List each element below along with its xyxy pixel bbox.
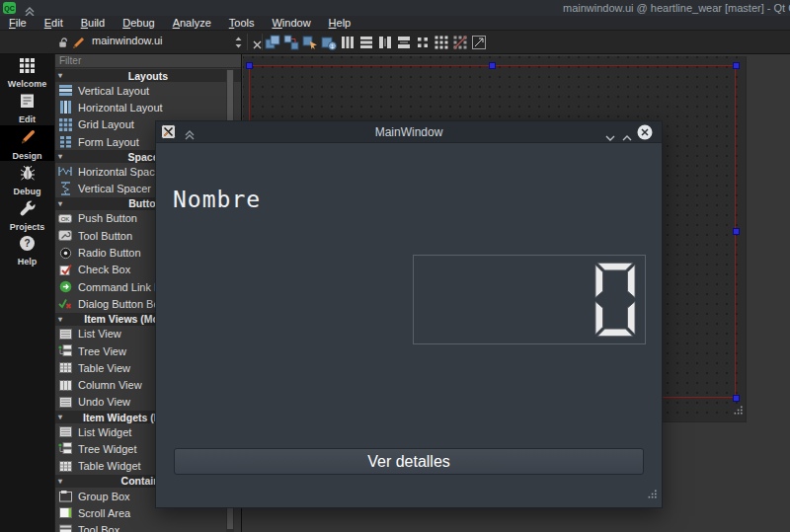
mode-help[interactable]: ?Help	[0, 232, 54, 267]
open-lock-icon[interactable]	[57, 36, 70, 53]
mode-selector: WelcomeEditDesignDebugProjects?Help	[0, 54, 54, 532]
widget-item-horizontal-layout[interactable]: Horizontal Layout	[55, 99, 241, 115]
mode-projects[interactable]: Projects	[0, 196, 54, 232]
widget-item-label: Undo View	[78, 396, 130, 408]
edit-document-icon	[19, 93, 36, 114]
scroll-area-icon	[58, 506, 72, 520]
widget-item-label: List View	[78, 328, 121, 340]
lcd-number-display	[413, 255, 646, 344]
mode-edit[interactable]: Edit	[0, 90, 54, 125]
selection-handle[interactable]	[733, 395, 740, 402]
close-icon[interactable]	[637, 124, 653, 144]
widget-item-label: Push Button	[78, 212, 137, 224]
widget-item-label: Table Widget	[78, 460, 141, 472]
layout-vertical-icon[interactable]	[358, 35, 374, 50]
widget-item-label: List Widget	[78, 426, 131, 438]
window-resize-grip-icon[interactable]	[647, 486, 658, 503]
break-layout-icon[interactable]	[452, 35, 468, 50]
widget-item-label: Tree Widget	[78, 443, 137, 455]
chevron-down-icon: ▾	[58, 475, 62, 488]
layout-horizontal-splitter-icon[interactable]	[377, 35, 393, 50]
mode-design[interactable]: Design	[0, 125, 54, 161]
section-header-label: Layouts	[55, 70, 241, 82]
widget-item-label: Tool Button	[78, 230, 132, 242]
widget-item-tool-box[interactable]: Tool Box	[55, 522, 241, 532]
list-widget-icon	[58, 425, 72, 439]
menu-build[interactable]: Build	[72, 16, 114, 30]
selection-handle[interactable]	[246, 62, 253, 69]
edit-buddies-icon[interactable]	[302, 35, 318, 50]
layout-grid-icon[interactable]	[434, 35, 449, 50]
projects-wrench-icon	[19, 199, 37, 221]
table-widget-icon	[58, 459, 72, 473]
menu-file[interactable]: File	[0, 16, 36, 30]
widget-item-label: Grid Layout	[78, 118, 134, 130]
qtcreator-app-icon: QC	[3, 2, 16, 14]
dialog-button-box-icon	[58, 297, 72, 311]
edit-file-pencil-icon[interactable]	[72, 36, 86, 53]
widget-item-label: Radio Button	[78, 247, 141, 259]
widget-item-vertical-layout[interactable]: Vertical Layout	[55, 82, 241, 99]
horizontal-layout-icon	[58, 101, 72, 114]
form-layout-icon	[58, 135, 72, 149]
mode-debug[interactable]: Debug	[0, 161, 54, 196]
widget-item-label: Group Box	[78, 491, 130, 502]
horizontal-spacer-icon	[58, 165, 72, 179]
radio-button-icon	[58, 246, 72, 260]
table-view-icon	[58, 361, 72, 375]
command-link-button-icon	[58, 280, 72, 294]
selection-handle[interactable]	[733, 228, 740, 235]
mode-welcome[interactable]: Welcome	[0, 54, 54, 90]
ver-detalles-button[interactable]: Ver detalles	[174, 448, 644, 475]
menu-edit[interactable]: Edit	[36, 16, 72, 30]
widget-item-label: Horizontal Layout	[78, 102, 163, 114]
tool-box-icon	[58, 523, 72, 532]
check-box-icon	[58, 263, 72, 276]
vertical-spacer-icon	[58, 182, 72, 195]
edit-signals-slots-icon[interactable]	[283, 35, 299, 50]
undo-view-icon	[58, 395, 72, 409]
tree-view-icon	[58, 344, 72, 358]
welcome-grid-icon	[19, 57, 36, 78]
push-button-icon: OK	[58, 211, 72, 225]
menu-window[interactable]: Window	[263, 16, 319, 30]
help-circle-icon: ?	[19, 235, 36, 256]
menu-analyze[interactable]: Analyze	[164, 16, 220, 30]
chevron-up-icon[interactable]	[621, 128, 633, 146]
menu-help[interactable]: Help	[320, 16, 360, 30]
menubar: FileEditBuildDebugAnalyzeToolsWindowHelp	[0, 16, 790, 31]
widget-item-label: Column View	[78, 379, 142, 391]
selection-handle[interactable]	[489, 62, 496, 69]
document-selector-spinner-icon[interactable]	[234, 36, 243, 53]
svg-text:?: ?	[24, 238, 30, 249]
layout-form-icon[interactable]	[415, 35, 431, 50]
chevron-down-icon[interactable]	[604, 128, 616, 146]
document-selector[interactable]: mainwindow.ui	[92, 35, 163, 46]
toolbar-actions: 1	[265, 35, 487, 50]
preview-titlebar[interactable]: MainWindow	[156, 121, 662, 143]
mode-label: Debug	[14, 187, 41, 196]
menu-debug[interactable]: Debug	[114, 16, 163, 30]
widget-filter-input[interactable]	[55, 54, 241, 68]
form-resize-grip-icon[interactable]	[733, 402, 744, 419]
design-pencil-icon	[19, 128, 37, 150]
chevron-down-icon: ▾	[58, 197, 62, 210]
adjust-size-icon[interactable]	[471, 35, 487, 50]
column-view-icon	[58, 378, 72, 392]
list-view-icon	[58, 327, 72, 341]
section-header-layouts[interactable]: ▾Layouts	[55, 69, 241, 82]
widget-item-label: Form Layout	[78, 136, 139, 148]
mainwindow-preview-window: MainWindow Nombre Ver detalles	[155, 120, 663, 508]
tree-widget-icon	[58, 442, 72, 456]
edit-tab-order-icon[interactable]: 1	[321, 35, 337, 50]
edit-widgets-icon[interactable]	[265, 35, 280, 50]
svg-text:OK: OK	[61, 216, 70, 222]
widget-item-label: Vertical Spacer	[78, 183, 151, 194]
layout-vertical-splitter-icon[interactable]	[396, 35, 412, 50]
debug-bug-icon	[19, 164, 37, 186]
widget-item-label: Horizontal Spacer	[78, 166, 164, 178]
menu-tools[interactable]: Tools	[220, 16, 264, 30]
preview-title: MainWindow	[156, 125, 662, 139]
layout-horizontal-icon[interactable]	[340, 35, 356, 50]
selection-handle[interactable]	[733, 62, 740, 69]
